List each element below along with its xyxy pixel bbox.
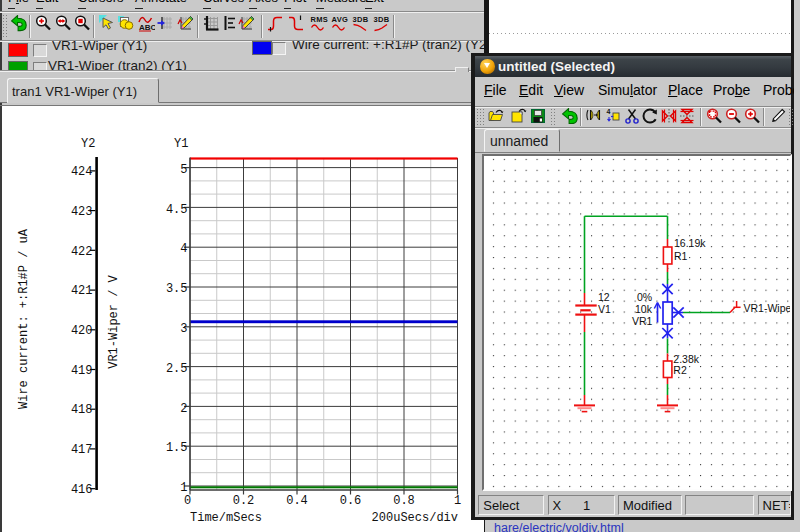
svg-text:200uSecs/div: 200uSecs/div	[372, 511, 458, 525]
svg-text:RMS: RMS	[311, 15, 329, 24]
svg-text:4: 4	[180, 242, 187, 256]
svg-text:423: 423	[71, 205, 93, 219]
svg-text:2.38k: 2.38k	[673, 353, 699, 365]
svg-text:Time/mSecs: Time/mSecs	[190, 511, 262, 525]
svg-text:Y2: Y2	[81, 137, 95, 151]
svg-text:0.6: 0.6	[340, 494, 362, 508]
svg-text:AVG: AVG	[332, 15, 349, 24]
svg-text:2.5: 2.5	[166, 362, 188, 376]
svg-text:417: 417	[71, 443, 93, 457]
svg-text:3DB: 3DB	[353, 15, 369, 24]
svg-text:R1: R1	[674, 250, 688, 262]
svg-text:422: 422	[71, 245, 93, 259]
svg-text:0.8: 0.8	[393, 494, 415, 508]
svg-text:4: 4	[607, 108, 611, 115]
svg-text:2: 2	[180, 402, 187, 416]
svg-text:0: 0	[184, 494, 191, 508]
svg-text:4.5: 4.5	[166, 203, 188, 217]
svg-text:Y1: Y1	[174, 137, 188, 151]
svg-text:416: 416	[71, 483, 93, 497]
svg-text:V1: V1	[598, 303, 611, 315]
svg-text:VR1-Wiper: VR1-Wiper	[744, 302, 790, 314]
svg-text:3.5: 3.5	[166, 282, 188, 296]
svg-text:420: 420	[71, 324, 93, 338]
svg-text:5: 5	[180, 163, 187, 177]
svg-text:0.2: 0.2	[233, 494, 255, 508]
svg-text:1.5: 1.5	[166, 441, 188, 455]
svg-text:VR1-Wiper / V: VR1-Wiper / V	[107, 274, 121, 368]
svg-text:0.4: 0.4	[286, 494, 308, 508]
svg-text:421: 421	[71, 284, 93, 298]
svg-text:424: 424	[71, 165, 93, 179]
svg-text:418: 418	[71, 403, 93, 417]
svg-text:3: 3	[180, 322, 187, 336]
svg-text:VR1: VR1	[632, 315, 653, 327]
svg-text:0%: 0%	[637, 291, 652, 303]
svg-text:Wire current: +:R1#P / uA: Wire current: +:R1#P / uA	[17, 228, 31, 409]
svg-text:10k: 10k	[635, 303, 653, 315]
svg-text:12: 12	[598, 291, 610, 303]
svg-text:1: 1	[454, 494, 461, 508]
svg-text:R2: R2	[673, 364, 687, 376]
svg-text:419: 419	[71, 364, 93, 378]
svg-text:16.19k: 16.19k	[674, 237, 706, 249]
svg-text:3DB: 3DB	[374, 15, 390, 24]
